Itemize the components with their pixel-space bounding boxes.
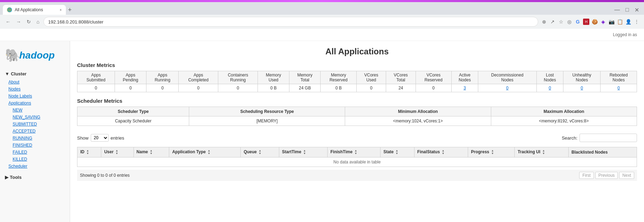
active-tab[interactable]: 🌐 All Applications × [3,5,66,15]
screenshot-icon[interactable]: 📷 [608,19,615,25]
decommissioned-link[interactable]: 0 [506,86,508,90]
tab-bar: 🌐 All Applications × + — □ ✕ [0,2,644,15]
no-data-cell: No data available in table [77,157,637,167]
sidebar-item-finished[interactable]: FINISHED [0,142,70,149]
col-vcores-used: VCoresUsed [356,71,386,84]
minimize-button[interactable]: — [612,6,622,14]
logo-area: 🐘 hadoop [0,45,70,68]
sidebar-item-node-labels[interactable]: Node Labels [0,93,70,100]
page-header: Logged in as [0,29,644,41]
col-finish-time[interactable]: FinishTime ▲▼ [328,147,381,157]
val-lost-nodes[interactable]: 0 [536,84,563,92]
col-apps-pending: AppsPending [115,71,146,84]
sidebar-item-applications[interactable]: Applications [0,100,70,107]
active-nodes-link[interactable]: 3 [464,86,466,90]
state-sort-icon: ▲▼ [396,149,398,155]
share-icon[interactable]: ↗ [549,19,556,25]
col-start-time[interactable]: StartTime ▲▼ [279,147,327,157]
val-memory-total: 24 GB [289,84,321,92]
sidebar-item-new-saving[interactable]: NEW_SAVING [0,114,70,121]
col-name[interactable]: Name ▲▼ [133,147,169,157]
col-blacklisted-nodes[interactable]: Blacklisted Nodes [569,147,637,157]
hypothesis-icon[interactable]: H [583,19,589,25]
cookie-icon[interactable]: 🍪 [591,19,598,25]
col-rebooted-nodes: RebootedNodes [601,71,637,84]
sidebar-item-running[interactable]: RUNNING [0,135,70,142]
val-active-nodes[interactable]: 3 [451,84,478,92]
show-select[interactable]: 20 50 100 [91,134,109,142]
progress-sort-icon: ▲▼ [491,149,494,155]
val-unhealthy-nodes[interactable]: 0 [563,84,601,92]
sidebar-item-new[interactable]: NEW [0,107,70,114]
sidebar-item-about[interactable]: About [0,79,70,86]
id-sort-icon: ▲▼ [86,149,89,155]
close-window-button[interactable]: ✕ [632,6,641,14]
reload-button[interactable]: ↻ [25,18,32,25]
cluster-section-title[interactable]: ▼ Cluster [0,69,70,79]
extensions-icon[interactable]: ◎ [566,19,573,25]
col-id[interactable]: ID ▲▼ [77,147,101,157]
sidebar-item-accepted[interactable]: ACCEPTED [0,128,70,135]
tools-section-title[interactable]: ▶ Tools [0,173,70,182]
sidebar-item-nodes[interactable]: Nodes [0,86,70,93]
address-input[interactable] [43,17,538,27]
sidebar-item-failed[interactable]: FAILED [0,149,70,156]
translate-icon[interactable]: ⊕ [541,19,547,25]
col-active-nodes: ActiveNodes [451,71,478,84]
show-label: Show [77,135,89,141]
page-title: All Applications [77,47,637,56]
col-maximum-allocation: Maximum Allocation [491,107,637,116]
bookmark-icon[interactable]: ☆ [558,19,564,25]
col-queue[interactable]: Queue ▲▼ [241,147,279,157]
ext-icon[interactable]: ◈ [600,19,606,25]
col-unhealthy-nodes: UnhealthyNodes [563,71,601,84]
next-page-button[interactable]: Next [619,172,634,179]
col-state[interactable]: State ▲▼ [381,147,414,157]
sidebar-item-scheduler[interactable]: Scheduler [0,163,70,170]
page: Logged in as 🐘 hadoop ▼ Cluster About No… [0,29,644,222]
val-decommissioned-nodes[interactable]: 0 [478,84,536,92]
search-bar: Search: [562,134,637,142]
content-wrapper: 🐘 hadoop ▼ Cluster About Nodes Node Labe… [0,41,644,222]
home-button[interactable]: ⌂ [35,18,41,25]
val-max-allocation: <memory:8192, vCores:8> [491,116,637,126]
val-apps-submitted: 0 [77,84,115,92]
queue-sort-icon: ▲▼ [259,149,261,155]
more-icon[interactable]: ⋮ [633,19,640,25]
metrics-header-row: AppsSubmitted AppsPending AppsRunning Ap… [77,71,637,84]
unhealthy-link[interactable]: 0 [581,86,583,90]
tools-arrow-icon: ▶ [5,175,8,180]
col-progress[interactable]: Progress ▲▼ [468,147,515,157]
first-page-button[interactable]: First [579,172,594,179]
val-apps-pending: 0 [115,84,146,92]
show-bar-left: Show 20 50 100 entries [77,134,124,142]
col-application-type[interactable]: Application Type ▲▼ [169,147,241,157]
maximize-button[interactable]: □ [623,6,631,14]
val-rebooted-nodes[interactable]: 0 [601,84,637,92]
elephant-icon: 🐘 [5,48,21,63]
clipboard-icon[interactable]: 📋 [617,19,623,25]
col-apps-completed: AppsCompleted [179,71,218,84]
col-final-status[interactable]: FinalStatus ▲▼ [414,147,468,157]
rebooted-link[interactable]: 0 [617,86,620,90]
sidebar-item-killed[interactable]: KILLED [0,156,70,163]
new-tab-button[interactable]: + [66,6,74,14]
col-minimum-allocation: Minimum Allocation [345,107,491,116]
col-apps-running: AppsRunning [146,71,179,84]
sidebar-item-submitted[interactable]: SUBMITTED [0,121,70,128]
scheduler-header-row: Scheduler Type Scheduling Resource Type … [77,107,637,116]
lost-nodes-link[interactable]: 0 [549,86,551,90]
col-user[interactable]: User ▲▼ [101,147,133,157]
col-memory-total: MemoryTotal [289,71,321,84]
applications-table: ID ▲▼ User ▲▼ Name ▲▼ Application Type ▲… [77,147,637,167]
search-input[interactable] [580,134,637,142]
col-tracking-ui[interactable]: Tracking UI ▲▼ [515,147,569,157]
previous-page-button[interactable]: Previous [595,172,618,179]
forward-button[interactable]: → [15,18,22,25]
google-translate-icon[interactable]: G [575,19,581,25]
val-apps-completed: 0 [179,84,218,92]
browser-toolbar-icons: ⊕ ↗ ☆ ◎ G H 🍪 ◈ 📷 📋 👤 ⋮ [541,19,640,25]
back-button[interactable]: ← [4,18,12,25]
profile-icon[interactable]: 👤 [625,19,631,25]
close-tab-button[interactable]: × [60,8,62,12]
